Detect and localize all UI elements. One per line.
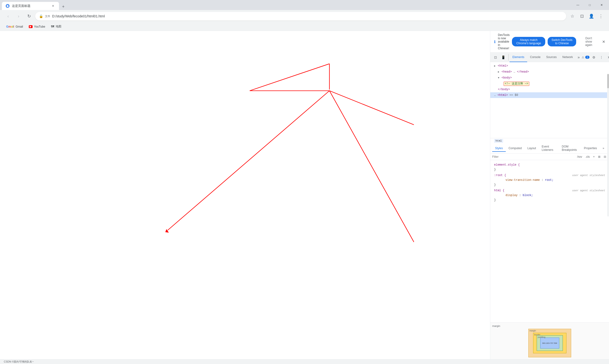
devtools-more-button[interactable]: ⋮ bbox=[598, 54, 605, 61]
devtools-scrollbar[interactable] bbox=[607, 74, 609, 217]
extension-button[interactable]: ⊡ bbox=[578, 12, 586, 20]
style-close-html: } bbox=[494, 198, 605, 202]
tab-elements[interactable]: Elements bbox=[510, 52, 527, 62]
add-style-rule[interactable]: + bbox=[592, 155, 596, 159]
dom-line-body-close[interactable]: </body> bbox=[490, 87, 609, 92]
style-brace-close-root: } bbox=[494, 183, 496, 186]
svg-line-1 bbox=[168, 91, 329, 230]
new-tab-button[interactable]: + bbox=[60, 3, 67, 10]
subtab-properties[interactable]: Properties bbox=[581, 145, 600, 152]
maximize-button[interactable]: □ bbox=[584, 1, 595, 9]
refresh-styles[interactable]: ⊟ bbox=[603, 155, 607, 159]
title-bar: 📄 这是页面标题 ✕ + — □ ✕ bbox=[0, 0, 609, 10]
devtools-settings-button[interactable]: ⚙ bbox=[590, 54, 597, 61]
device-toolbar-button[interactable]: 📱 bbox=[500, 54, 506, 61]
style-colon: : bbox=[542, 178, 545, 182]
margin-box: margin border padding 983.183×797.598 bbox=[528, 329, 571, 357]
tab-title: 这是页面标题 bbox=[12, 4, 49, 8]
dom-comment-node: <!— 这是注释 —> bbox=[504, 82, 529, 86]
style-brace-close-html: } bbox=[494, 198, 496, 202]
tab-strip: 📄 这是页面标题 ✕ + bbox=[2, 0, 571, 10]
expand-icon: ▼ bbox=[498, 77, 499, 79]
menu-button[interactable]: ⋮ bbox=[597, 12, 605, 20]
subtab-computed[interactable]: Computed bbox=[506, 145, 525, 152]
box-model-label: margin bbox=[492, 325, 607, 327]
subtab-layout[interactable]: Layout bbox=[525, 145, 539, 152]
console-badge: 1 bbox=[585, 56, 589, 59]
minimize-button[interactable]: — bbox=[572, 1, 583, 9]
style-selector-html-row: html { user agent stylesheet bbox=[494, 188, 605, 193]
style-close-root: } bbox=[494, 182, 605, 187]
dom-hash: == $0 bbox=[510, 93, 518, 97]
console-icon: ⚠ bbox=[582, 56, 584, 59]
subtab-dom-breakpoints[interactable]: DOM Breakpoints bbox=[559, 143, 581, 154]
tab-sources[interactable]: Sources bbox=[543, 52, 559, 62]
bookmark-gmail[interactable]: Gmail Gmail bbox=[4, 24, 26, 29]
dom-line-html-selected[interactable]: … <html> == $0 bbox=[490, 92, 609, 98]
new-style-rule[interactable]: ⊞ bbox=[597, 155, 601, 159]
tab-favicon: 📄 bbox=[6, 4, 10, 8]
devtools-scrollbar-thumb[interactable] bbox=[607, 74, 609, 88]
style-prop-display: display : block; bbox=[494, 193, 605, 198]
filter-actions: :hov .cls + ⊞ ⊟ bbox=[576, 155, 607, 159]
bookmark-button[interactable]: ☆ bbox=[568, 12, 577, 20]
bookmarks-bar: Gmail Gmail YouTube 🗺 地图 bbox=[0, 22, 609, 31]
style-rule-root: :root { user agent stylesheet view-trans… bbox=[490, 172, 609, 188]
style-colon-display: : bbox=[519, 194, 523, 197]
expand-icon: ▶ bbox=[498, 71, 499, 73]
dom-tag-head-open: <head> bbox=[502, 70, 512, 74]
dom-tag-body-open: <body> bbox=[502, 76, 512, 79]
forward-button[interactable]: › bbox=[14, 12, 23, 20]
element-badge-row: html bbox=[490, 138, 609, 143]
bookmark-maps[interactable]: 🗺 地图 bbox=[49, 24, 64, 29]
subtab-more[interactable]: » bbox=[600, 145, 607, 152]
dom-line-html[interactable]: ▶ <html> bbox=[490, 63, 609, 69]
toolbar-actions: ☆ ⊡ 👤 ⋮ bbox=[568, 12, 605, 20]
styles-filter-input[interactable] bbox=[492, 155, 576, 158]
notification-close-button[interactable]: ✕ bbox=[602, 39, 605, 44]
tab-console[interactable]: Console bbox=[527, 52, 543, 62]
style-selector-element: element.style { bbox=[494, 162, 605, 167]
address-bar[interactable]: 🔒 文件 D:/study/Web/fecode01/html01.html bbox=[35, 12, 566, 20]
switch-to-chinese-button[interactable]: Switch DevTools to Chinese bbox=[548, 37, 576, 46]
profile-button[interactable]: 👤 bbox=[587, 12, 596, 20]
dont-show-again-button[interactable]: Don't show again bbox=[579, 35, 599, 48]
close-button[interactable]: ✕ bbox=[596, 1, 607, 9]
devtools-close-button[interactable]: ✕ bbox=[606, 54, 609, 61]
tabs-more-button[interactable]: » bbox=[576, 55, 582, 59]
status-text: CSDN ©面向可憎的队友~ bbox=[4, 360, 34, 364]
youtube-label: YouTube bbox=[34, 25, 45, 28]
console-badge-container: ⚠ 1 bbox=[582, 56, 589, 59]
dom-line-head[interactable]: ▶ <head> … </head> bbox=[490, 69, 609, 75]
bookmark-youtube[interactable]: YouTube bbox=[26, 24, 48, 29]
tab-close-button[interactable]: ✕ bbox=[51, 4, 55, 8]
dom-line-body[interactable]: ▼ <body> bbox=[490, 75, 609, 81]
gmail-icon: Gmail bbox=[6, 25, 14, 28]
cls-toggle[interactable]: .cls bbox=[584, 155, 591, 159]
dom-tag-body-close: </body> bbox=[498, 88, 510, 91]
style-rule-element: element.style { } bbox=[490, 162, 609, 172]
reload-button[interactable]: ↻ bbox=[25, 12, 33, 20]
url-text: D:/study/Web/fecode01/html01.html bbox=[52, 14, 562, 18]
style-selector-root-row: :root { user agent stylesheet bbox=[494, 173, 605, 178]
hov-toggle[interactable]: :hov bbox=[576, 155, 583, 159]
maps-label: 地图 bbox=[56, 25, 61, 28]
tab-network[interactable]: Network bbox=[559, 52, 576, 62]
styles-filter-bar: :hov .cls + ⊞ ⊟ bbox=[490, 154, 609, 160]
back-button[interactable]: ‹ bbox=[4, 12, 12, 20]
svg-line-6 bbox=[329, 91, 414, 242]
gmail-label: Gmail bbox=[15, 25, 23, 28]
active-tab[interactable]: 📄 这是页面标题 ✕ bbox=[2, 2, 59, 10]
dom-ellipsis: … bbox=[514, 70, 517, 74]
border-box: border padding 983.183×797.598 bbox=[533, 333, 566, 353]
always-match-language-button[interactable]: Always match Chrome's language bbox=[512, 37, 545, 46]
subtab-styles[interactable]: Styles bbox=[492, 145, 506, 152]
protocol-label: 文件 bbox=[45, 14, 50, 18]
devtools-notification: ℹ DevTools is now available in Chinese! … bbox=[490, 31, 609, 52]
window-controls: — □ ✕ bbox=[572, 1, 607, 9]
subtab-event-listeners[interactable]: Event Listeners bbox=[539, 143, 559, 154]
padding-box: padding 983.183×797.598 bbox=[537, 335, 563, 351]
dom-line-comment[interactable]: <!— 这是注释 —> bbox=[490, 81, 609, 87]
inspect-element-button[interactable]: ⊡ bbox=[492, 54, 499, 61]
margin-label: margin bbox=[492, 325, 500, 327]
